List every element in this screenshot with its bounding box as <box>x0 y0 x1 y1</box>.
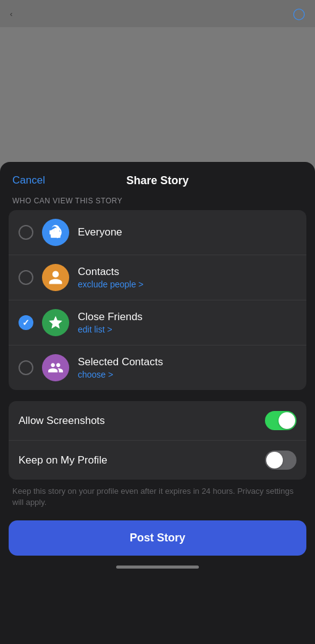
selected-contacts-icon <box>42 354 69 381</box>
keep-on-profile-row: Keep on My Profile <box>9 441 306 480</box>
toggles-card: Allow Screenshots Keep on My Profile <box>9 401 306 480</box>
option-contacts[interactable]: Contacts exclude people > <box>9 255 306 300</box>
contacts-text: Contacts exclude people > <box>78 266 143 289</box>
options-card: Everyone Contacts exclude people > ✓ <box>9 210 306 390</box>
everyone-icon <box>42 219 69 246</box>
radio-everyone <box>19 225 33 240</box>
top-bar: ‹ ◯ <box>0 0 315 27</box>
toggle-knob-profile <box>266 452 283 468</box>
check-icon: ✓ <box>22 318 30 327</box>
keep-on-profile-toggle[interactable] <box>265 451 296 470</box>
radio-close-friends: ✓ <box>19 315 33 330</box>
close-friends-icon <box>42 309 69 336</box>
radio-contacts <box>19 270 33 285</box>
selected-contacts-label: Selected Contacts <box>78 356 163 368</box>
selected-contacts-text: Selected Contacts choose > <box>78 356 163 379</box>
contacts-icon <box>42 264 69 291</box>
cancel-button[interactable]: Cancel <box>12 174 45 187</box>
contacts-sub[interactable]: exclude people > <box>78 279 143 289</box>
radio-selected-contacts <box>19 360 33 375</box>
back-icon[interactable]: ‹ <box>10 9 12 19</box>
home-indicator <box>116 566 199 569</box>
allow-screenshots-toggle[interactable] <box>265 411 296 430</box>
everyone-label: Everyone <box>78 226 122 239</box>
everyone-text: Everyone <box>78 226 122 239</box>
keep-on-profile-label: Keep on My Profile <box>19 454 107 467</box>
section-label: WHO CAN VIEW THIS STORY <box>12 197 303 205</box>
close-friends-text: Close Friends edit list > <box>78 311 143 334</box>
bottom-sheet: Cancel Share Story WHO CAN VIEW THIS STO… <box>0 162 315 644</box>
option-everyone[interactable]: Everyone <box>9 210 306 255</box>
keep-note-text: Keep this story on your profile even aft… <box>12 486 303 508</box>
selected-contacts-sub[interactable]: choose > <box>78 370 163 379</box>
post-story-button[interactable]: Post Story <box>9 520 306 556</box>
allow-screenshots-row: Allow Screenshots <box>9 401 306 441</box>
contacts-label: Contacts <box>78 266 143 278</box>
close-friends-sub[interactable]: edit list > <box>78 324 143 334</box>
option-close-friends[interactable]: ✓ Close Friends edit list > <box>9 300 306 345</box>
allow-screenshots-label: Allow Screenshots <box>19 415 105 427</box>
action-icon[interactable]: ◯ <box>293 7 305 20</box>
option-selected-contacts[interactable]: Selected Contacts choose > <box>9 345 306 390</box>
sheet-title: Share Story <box>126 174 188 187</box>
close-friends-label: Close Friends <box>78 311 143 323</box>
toggle-knob-screenshots <box>279 412 295 429</box>
sheet-header: Cancel Share Story <box>0 162 315 197</box>
